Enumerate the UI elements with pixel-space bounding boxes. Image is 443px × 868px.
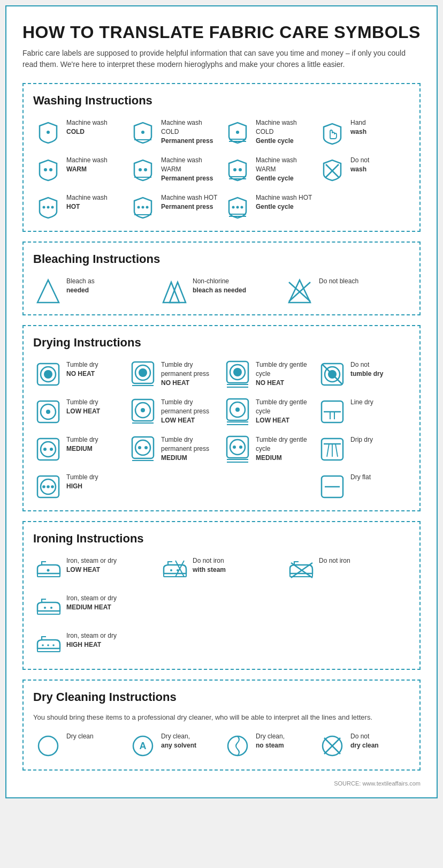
list-item	[223, 471, 315, 503]
svg-point-36	[139, 368, 147, 377]
svg-point-21	[142, 206, 144, 209]
wash-hot-icon	[34, 193, 62, 221]
bleach-nonchlor-label: Non-chlorine bleach as needed	[193, 277, 246, 295]
svg-point-12	[239, 168, 242, 171]
tumble-gentle-med-icon	[224, 435, 251, 463]
wash-cold-gentle-icon	[224, 118, 251, 146]
svg-point-85	[51, 485, 54, 488]
tumble-pp-low-label: Tumble dry permanent press LOW HEAT	[161, 398, 219, 425]
tumble-high-label: Tumble dry HIGH	[66, 473, 98, 491]
washing-title: Washing Instructions	[33, 94, 410, 108]
tumble-gentle-no-heat-icon	[224, 360, 251, 388]
list-item: Drip dry	[317, 433, 410, 465]
svg-point-19	[51, 206, 54, 209]
no-iron-icon	[287, 556, 315, 584]
hand-wash-label: Hand wash	[350, 118, 366, 137]
svg-point-62	[41, 442, 56, 457]
dry-clean-intro: You should bring these items to a profes…	[33, 713, 410, 722]
list-item	[317, 191, 410, 223]
dry-clean-icon	[34, 732, 62, 760]
svg-point-17	[43, 206, 45, 209]
svg-point-105	[39, 736, 58, 756]
tumble-gentle-med-label: Tumble dry gentle cycle MEDIUM	[256, 435, 314, 462]
page-title: HOW TO TRANSLATE FABRIC CARE SYMBOLS	[22, 22, 421, 42]
svg-point-52	[141, 408, 145, 412]
drip-dry-icon	[318, 435, 346, 463]
washing-grid: Machine wash COLD Machine wash COLD Perm…	[33, 116, 410, 223]
drying-title: Drying Instructions	[33, 336, 410, 350]
svg-point-71	[230, 440, 245, 455]
list-item: Non-chlorine bleach as needed	[159, 275, 284, 307]
tumble-gentle-no-heat-label: Tumble dry gentle cycle NO HEAT	[256, 360, 314, 387]
tumble-high-icon	[34, 473, 62, 501]
list-item: Tumble dry gentle cycle MEDIUM	[223, 433, 315, 465]
svg-text:A: A	[140, 741, 147, 751]
list-item: Iron, steam or dry MEDIUM HEAT	[33, 592, 157, 624]
tumble-pp-med-label: Tumble dry permanent press MEDIUM	[161, 435, 219, 462]
svg-point-9	[144, 168, 147, 171]
svg-line-46	[323, 365, 342, 384]
list-item: Dry flat	[317, 471, 410, 503]
svg-point-49	[46, 410, 50, 414]
dry-flat-label: Dry flat	[350, 473, 371, 482]
svg-point-0	[47, 131, 50, 134]
svg-point-11	[233, 168, 236, 171]
svg-point-68	[144, 446, 148, 449]
wash-warm-pp-icon	[129, 156, 157, 184]
list-item: Do not dry clean	[317, 730, 410, 762]
wash-warm-label: Machine wash WARM	[66, 156, 108, 174]
svg-point-84	[47, 485, 50, 488]
svg-rect-98	[37, 611, 60, 614]
svg-point-3	[236, 131, 239, 134]
bleach-icon	[34, 277, 62, 305]
wash-hot-pp-icon	[129, 193, 157, 221]
tumble-pp-no-heat-icon	[129, 360, 157, 388]
svg-point-63	[43, 448, 47, 451]
iron-high-label: Iron, steam or dry HIGH HEAT	[66, 631, 117, 650]
list-item: Iron, steam or dry HIGH HEAT	[33, 629, 157, 661]
ironing-title: Ironing Instructions	[33, 532, 410, 546]
dry-cleaning-title: Dry Cleaning Instructions	[33, 690, 410, 704]
drying-section: Drying Instructions Tumble dry NO HEAT	[22, 325, 421, 511]
list-item	[286, 629, 410, 661]
list-item: Hand wash	[317, 116, 410, 148]
tumble-med-label: Tumble dry MEDIUM	[66, 435, 98, 454]
tumble-gentle-low-icon	[224, 398, 251, 426]
wash-hot-gentle-label: Machine wash HOT Gentle cycle	[256, 193, 312, 212]
list-item: Dry clean, no steam	[223, 730, 315, 762]
list-item: Bleach as needed	[33, 275, 157, 307]
wash-hot-gentle-icon	[224, 193, 251, 221]
list-item: Tumble dry permanent press LOW HEAT	[128, 396, 220, 428]
drying-grid: Tumble dry NO HEAT Tumble dry permanent …	[33, 358, 410, 503]
wash-warm-icon	[34, 156, 62, 184]
svg-point-20	[138, 206, 140, 209]
svg-point-7	[49, 168, 52, 171]
intro-text: Fabric care labels are supposed to provi…	[22, 48, 421, 70]
dry-clean-no-steam-icon	[224, 732, 251, 760]
list-item: Tumble dry permanent press NO HEAT	[128, 358, 220, 390]
tumble-no-heat-icon	[34, 360, 62, 388]
svg-point-102	[42, 644, 44, 646]
list-item: Tumble dry permanent press MEDIUM	[128, 433, 220, 465]
bleach-label: Bleach as needed	[66, 277, 95, 295]
list-item	[159, 592, 284, 624]
svg-line-78	[327, 444, 329, 457]
svg-point-8	[139, 168, 142, 171]
no-dry-clean-label: Do not dry clean	[350, 732, 379, 750]
ironing-section: Ironing Instructions Iron, steam or dry …	[22, 521, 421, 670]
tumble-low-icon	[34, 398, 62, 426]
line-dry-icon	[318, 398, 346, 426]
svg-point-99	[44, 607, 46, 609]
svg-point-100	[50, 607, 52, 609]
svg-point-83	[42, 485, 45, 488]
iron-med-icon	[34, 594, 62, 622]
list-item: Tumble dry MEDIUM	[33, 433, 126, 465]
tumble-pp-no-heat-label: Tumble dry permanent press NO HEAT	[161, 360, 219, 387]
list-item: Machine wash WARM Permanent press	[128, 154, 220, 186]
list-item: Machine wash COLD Gentle cycle	[223, 116, 315, 148]
svg-line-80	[335, 444, 338, 457]
no-steam-iron-icon	[161, 556, 188, 584]
iron-low-label: Iron, steam or dry LOW HEAT	[66, 556, 117, 575]
svg-point-22	[146, 206, 149, 209]
svg-point-1	[141, 131, 144, 134]
